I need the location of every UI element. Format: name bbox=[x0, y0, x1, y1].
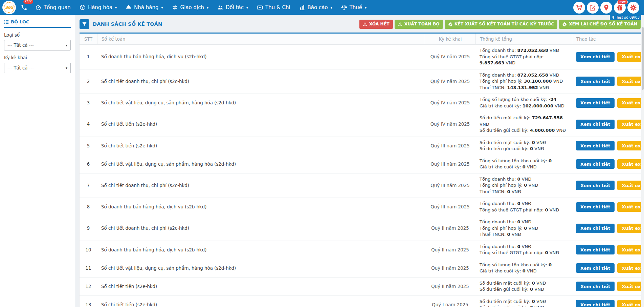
top-navbar: 365 24/7 Tổng quan Hàng hóa ▾ Nhà hàng ▾… bbox=[0, 0, 644, 15]
nav-item-bao-cao[interactable]: Báo cáo ▾ bbox=[295, 0, 337, 15]
nav-item-tong-quan[interactable]: Tổng quan bbox=[31, 0, 75, 15]
view-detail-button[interactable]: Xem chi tiết bbox=[576, 120, 615, 129]
gift-button[interactable]: new bbox=[614, 2, 626, 14]
ledger-name: Sổ doanh thu bán hàng hóa, dịch vụ (s2b-… bbox=[97, 202, 425, 212]
sidebar-title: BỘ LỌC bbox=[4, 19, 71, 28]
export-excel-button[interactable]: Xuất excel bbox=[617, 263, 644, 273]
view-detail-button[interactable]: Xem chi tiết bbox=[576, 263, 615, 273]
view-detail-button[interactable]: Xem chi tiết bbox=[576, 245, 615, 254]
ledger-name: Sổ doanh thu bán hàng hóa, dịch vụ (s2b-… bbox=[97, 52, 425, 62]
summary-stats: Tổng doanh thu: 0 VNĐTổng chi phí hợp lý… bbox=[475, 216, 572, 241]
column-header-period: Kỳ kê khai bbox=[425, 34, 475, 45]
export-excel-button[interactable]: Xuất excel bbox=[617, 120, 644, 129]
nav-item-thue[interactable]: Thuế ▾ bbox=[337, 0, 371, 15]
stat-line: Tổng số thuế GTGT phải nộp: 0 VNĐ bbox=[480, 207, 568, 213]
nav-item-label: Thuế bbox=[350, 4, 362, 11]
row-actions: Xem chi tiết Xuất excel bbox=[572, 200, 641, 214]
row-index: 5 bbox=[80, 141, 97, 151]
row-actions: Xem chi tiết Xuất excel bbox=[572, 96, 641, 110]
summary-stats: Tổng doanh thu: 0 VNĐTổng số thuế GTGT p… bbox=[475, 198, 572, 216]
row-actions: Xem chi tiết Xuất excel bbox=[572, 178, 641, 193]
tax-icon bbox=[341, 4, 347, 11]
nav-item-hang-hoa[interactable]: Hàng hóa ▾ bbox=[75, 0, 121, 15]
view-detail-button[interactable]: Xem chi tiết bbox=[576, 98, 615, 108]
toolbar-button-label: XÓA HẾT bbox=[369, 22, 390, 26]
toolbar-left: DANH SÁCH SỔ KẾ TOÁN bbox=[80, 19, 162, 29]
stat-line: Giá trị kho cuối kỳ: 102.000.000 VNĐ bbox=[480, 103, 568, 109]
export-excel-button[interactable]: Xuất excel bbox=[617, 52, 644, 62]
stat-line: Tổng số lượng tồn kho cuối kỳ: 0 bbox=[480, 158, 568, 164]
toolbar: DANH SÁCH SỔ KẾ TOÁN XÓA HẾT XUẤT TOÀN B… bbox=[80, 19, 641, 29]
export-excel-button[interactable]: Xuất excel bbox=[617, 98, 644, 108]
export-excel-button[interactable]: Xuất excel bbox=[617, 224, 644, 233]
view-detail-button[interactable]: Xem chi tiết bbox=[576, 202, 615, 212]
stat-line: Giá trị kho cuối kỳ: 0 VNĐ bbox=[480, 268, 568, 274]
scrollbar-thumb[interactable] bbox=[642, 27, 644, 90]
view-detail-button[interactable]: Xem chi tiết bbox=[576, 52, 615, 62]
export-excel-button[interactable]: Xuất excel bbox=[617, 300, 644, 307]
settings-button[interactable] bbox=[627, 2, 639, 14]
view-detail-button[interactable]: Xem chi tiết bbox=[576, 282, 615, 291]
app-logo[interactable]: 365 bbox=[2, 1, 16, 14]
export-excel-button[interactable]: Xuất excel bbox=[617, 159, 644, 169]
row-actions: Xem chi tiết Xuất excel bbox=[572, 157, 641, 171]
vertical-scrollbar bbox=[641, 15, 644, 307]
nav-item-giao-dich[interactable]: Giao dịch ▾ bbox=[168, 0, 213, 15]
ledger-name: Sổ chi tiết doanh thu, chi phí (s2c-hkd) bbox=[97, 223, 425, 233]
export-excel-button[interactable]: Xuất excel bbox=[617, 181, 644, 190]
cart-button[interactable] bbox=[573, 2, 585, 14]
row-index: 8 bbox=[80, 202, 97, 212]
location-pin-icon bbox=[612, 16, 615, 19]
chevron-down-icon: ▾ bbox=[66, 43, 67, 47]
row-index: 12 bbox=[80, 281, 97, 292]
compose-button[interactable] bbox=[587, 2, 599, 14]
row-index: 7 bbox=[80, 180, 97, 191]
transactions-icon bbox=[172, 4, 178, 11]
ledger-name: Sổ doanh thu bán hàng hóa, dịch vụ (s2b-… bbox=[97, 245, 425, 255]
export-excel-button[interactable]: Xuất excel bbox=[617, 141, 644, 150]
row-index: 9 bbox=[80, 223, 97, 233]
download-icon bbox=[363, 22, 367, 26]
stat-line: Tổng chi phí hợp lý: 30.100.000 VNĐ bbox=[480, 78, 568, 85]
hotline-button[interactable]: 24/7 bbox=[21, 4, 27, 11]
nav-item-doi-tac[interactable]: Đối tác ▾ bbox=[213, 0, 252, 15]
summary-stats: Tổng số lượng tồn kho cuối kỳ: 0Giá trị … bbox=[475, 155, 572, 173]
ledger-name: Sổ chi tiết vật liệu, dụng cụ, sản phẩm,… bbox=[97, 98, 425, 108]
nav-item-nha-hang[interactable]: Nhà hàng ▾ bbox=[121, 0, 167, 15]
column-header-actions: Thao tác bbox=[572, 34, 641, 45]
delete-all-button[interactable]: XÓA HẾT bbox=[359, 20, 393, 29]
declaration-period: Quý II năm 2025 bbox=[425, 245, 475, 255]
export-previous-periods-button[interactable]: KẾT XUẤT SỔ KẾT TOÁN TỪ CÁC KỲ TRƯỚC bbox=[445, 20, 557, 29]
summary-stats: Tổng số lượng tồn kho cuối kỳ: 0Giá trị … bbox=[475, 259, 572, 277]
view-detail-button[interactable]: Xem chi tiết bbox=[576, 159, 615, 169]
nav-item-label: Giao dịch bbox=[180, 4, 204, 11]
review-ledger-mode-button[interactable]: XEM LẠI CHẾ ĐỘ SỔ KẾ TOÁN bbox=[559, 20, 641, 29]
nav-item-label: Hàng hóa bbox=[88, 4, 112, 11]
view-detail-button[interactable]: Xem chi tiết bbox=[576, 181, 615, 190]
view-detail-button[interactable]: Xem chi tiết bbox=[576, 224, 615, 233]
goods-icon bbox=[80, 4, 86, 11]
export-excel-button[interactable]: Xuất excel bbox=[617, 245, 644, 254]
chevron-down-icon: ▾ bbox=[207, 6, 208, 9]
loai-so-select[interactable]: --- Tất cả --- ▾ bbox=[4, 40, 71, 50]
row-actions: Xem chi tiết Xuất excel bbox=[572, 49, 641, 64]
location-button[interactable] bbox=[600, 2, 612, 14]
stat-line: Tổng doanh thu: 872.052.658 VNĐ bbox=[480, 72, 568, 79]
row-actions: Xem chi tiết Xuất excel bbox=[572, 138, 641, 153]
chevron-down-icon: ▾ bbox=[365, 6, 367, 9]
row-actions: Xem chi tiết Xuất excel bbox=[572, 261, 641, 275]
export-excel-button[interactable]: Xuất excel bbox=[617, 282, 644, 291]
export-excel-button[interactable]: Xuất excel bbox=[617, 202, 644, 212]
hotline-badge: 24/7 bbox=[23, 0, 33, 4]
export-excel-button[interactable]: Xuất excel bbox=[617, 77, 644, 86]
nav-item-thu-chi[interactable]: Thu & Chi bbox=[252, 0, 295, 15]
view-detail-button[interactable]: Xem chi tiết bbox=[576, 300, 615, 307]
stat-line: Thuế TNCN: 143.131.952 VNĐ bbox=[480, 85, 568, 91]
restaurant-icon bbox=[126, 4, 132, 11]
cart-plus-icon bbox=[576, 4, 582, 11]
view-detail-button[interactable]: Xem chi tiết bbox=[576, 77, 615, 86]
export-all-button[interactable]: XUẤT TOÀN BỘ bbox=[395, 20, 443, 29]
declaration-period: Quý IV năm 2025 bbox=[425, 119, 475, 129]
ky-ke-khai-select[interactable]: --- Tất cả --- ▾ bbox=[4, 63, 71, 73]
view-detail-button[interactable]: Xem chi tiết bbox=[576, 141, 615, 150]
